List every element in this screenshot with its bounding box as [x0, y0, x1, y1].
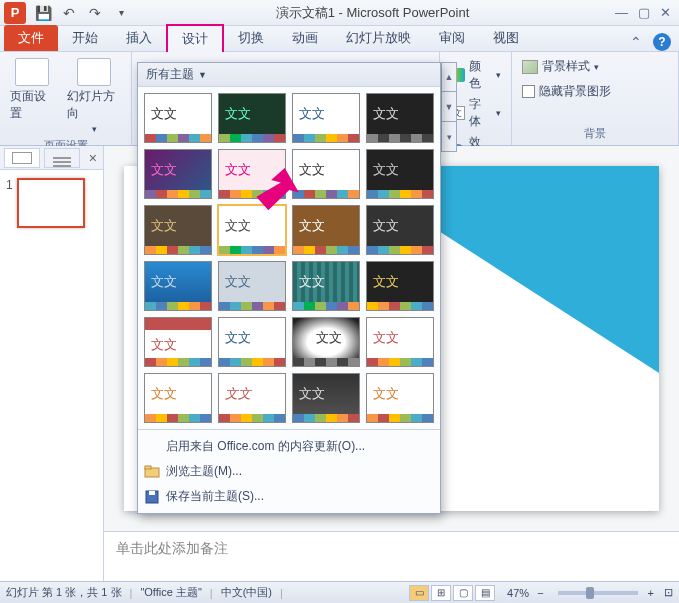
- ribbon-tabs: 文件 开始 插入 设计 切换 动画 幻灯片放映 审阅 视图 ⌃ ?: [0, 26, 679, 52]
- checkbox-icon: [522, 85, 535, 98]
- gallery-save-item[interactable]: 保存当前主题(S)...: [138, 484, 440, 509]
- theme-thumb[interactable]: 文文: [292, 149, 360, 199]
- svg-rect-3: [149, 491, 155, 495]
- theme-thumb[interactable]: 文文: [218, 149, 286, 199]
- ribbon-minimize-icon[interactable]: ⌃: [627, 33, 645, 51]
- theme-thumb[interactable]: 文文: [292, 317, 360, 367]
- tab-review[interactable]: 审阅: [425, 25, 479, 51]
- window-controls: — ▢ ✕: [615, 5, 671, 20]
- background-styles-button[interactable]: 背景样式▾: [518, 56, 603, 77]
- tab-design[interactable]: 设计: [166, 24, 224, 52]
- gallery-scroll-up[interactable]: ▲: [441, 62, 457, 92]
- quick-access-toolbar: 💾 ↶ ↷ ▾: [34, 4, 130, 22]
- theme-thumb[interactable]: 文文: [366, 93, 434, 143]
- view-buttons: ▭ ⊞ ▢ ▤: [409, 585, 495, 601]
- fit-button[interactable]: ⊡: [664, 586, 673, 599]
- gallery-expand-button[interactable]: ▾: [441, 122, 457, 152]
- theme-thumb[interactable]: 文文: [218, 205, 286, 255]
- theme-thumb[interactable]: 文文: [292, 205, 360, 255]
- gallery-header[interactable]: 所有主题 ▼: [138, 63, 440, 87]
- group-label-background: 背景: [518, 124, 672, 141]
- normal-view-button[interactable]: ▭: [409, 585, 429, 601]
- zoom-in-button[interactable]: +: [648, 587, 654, 599]
- theme-thumb[interactable]: 文文: [292, 261, 360, 311]
- status-slide-info: 幻灯片 第 1 张，共 1 张: [6, 585, 122, 600]
- maximize-button[interactable]: ▢: [638, 5, 650, 20]
- status-bar: 幻灯片 第 1 张，共 1 张 | "Office 主题" | 中文(中国) |…: [0, 581, 679, 603]
- theme-thumb[interactable]: 文文: [366, 261, 434, 311]
- theme-thumb[interactable]: 文文: [144, 149, 212, 199]
- theme-thumb[interactable]: 文文: [366, 149, 434, 199]
- theme-thumb[interactable]: 文文: [292, 373, 360, 423]
- slide-thumbnail[interactable]: 1: [6, 178, 97, 228]
- gallery-save-label: 保存当前主题(S)...: [166, 488, 264, 505]
- theme-thumb[interactable]: 文文: [144, 93, 212, 143]
- gallery-update-item[interactable]: 启用来自 Office.com 的内容更新(O)...: [138, 434, 440, 459]
- slides-pane: × 1: [0, 146, 104, 581]
- tab-home[interactable]: 开始: [58, 25, 112, 51]
- thumbnail-list: 1: [0, 170, 103, 236]
- page-setup-button[interactable]: 页面设置: [6, 56, 57, 124]
- slides-tab[interactable]: [4, 148, 40, 168]
- sorter-view-button[interactable]: ⊞: [431, 585, 451, 601]
- theme-thumb[interactable]: 文文: [218, 261, 286, 311]
- theme-thumb[interactable]: 文文: [218, 93, 286, 143]
- reading-view-button[interactable]: ▢: [453, 585, 473, 601]
- zoom-out-button[interactable]: −: [537, 587, 543, 599]
- close-button[interactable]: ✕: [660, 5, 671, 20]
- slideshow-view-button[interactable]: ▤: [475, 585, 495, 601]
- group-page-setup: 页面设置 幻灯片方向 ▾ 页面设置: [0, 52, 132, 145]
- status-language[interactable]: 中文(中国): [221, 585, 272, 600]
- zoom-thumb[interactable]: [586, 587, 594, 599]
- theme-thumb[interactable]: 文文: [144, 261, 212, 311]
- group-background: 背景样式▾ 隐藏背景图形 背景: [512, 52, 679, 145]
- slide-orientation-label: 幻灯片方向: [67, 88, 121, 122]
- pane-tabs: ×: [0, 146, 103, 170]
- zoom-value[interactable]: 47%: [507, 587, 529, 599]
- minimize-button[interactable]: —: [615, 5, 628, 20]
- tab-animations[interactable]: 动画: [278, 25, 332, 51]
- theme-thumb[interactable]: 文文: [144, 205, 212, 255]
- svg-rect-1: [145, 466, 151, 469]
- page-setup-label: 页面设置: [10, 88, 53, 122]
- slide-orientation-button[interactable]: 幻灯片方向 ▾: [63, 56, 125, 136]
- fonts-label: 字体: [469, 96, 492, 130]
- notes-pane[interactable]: 单击此处添加备注: [104, 531, 679, 581]
- hide-bg-graphics-label: 隐藏背景图形: [539, 83, 611, 100]
- undo-icon[interactable]: ↶: [60, 4, 78, 22]
- theme-thumb[interactable]: 文文: [366, 317, 434, 367]
- window-title: 演示文稿1 - Microsoft PowerPoint: [130, 4, 615, 22]
- chevron-down-icon: ▼: [198, 70, 207, 80]
- tab-insert[interactable]: 插入: [112, 25, 166, 51]
- folder-icon: [144, 464, 160, 480]
- gallery-grid: 文文 文文 文文 文文 文文 文文 文文 文文 文文 文文 文文 文文 文文 文…: [138, 87, 440, 429]
- repeat-icon[interactable]: ▾: [112, 4, 130, 22]
- pane-close-icon[interactable]: ×: [89, 150, 97, 166]
- save-icon[interactable]: 💾: [34, 4, 52, 22]
- title-bar: P 💾 ↶ ↷ ▾ 演示文稿1 - Microsoft PowerPoint —…: [0, 0, 679, 26]
- help-icon[interactable]: ?: [653, 33, 671, 51]
- page-setup-icon: [15, 58, 49, 86]
- theme-thumb[interactable]: 文文: [144, 373, 212, 423]
- tab-file[interactable]: 文件: [4, 25, 58, 51]
- theme-thumb[interactable]: 文文: [366, 205, 434, 255]
- gallery-scroll-down[interactable]: ▼: [441, 92, 457, 122]
- zoom-slider[interactable]: [558, 591, 638, 595]
- outline-tab[interactable]: [44, 148, 80, 168]
- tab-transitions[interactable]: 切换: [224, 25, 278, 51]
- tab-view[interactable]: 视图: [479, 25, 533, 51]
- colors-label: 颜色: [469, 58, 492, 92]
- redo-icon[interactable]: ↷: [86, 4, 104, 22]
- theme-thumb[interactable]: 文文: [144, 317, 212, 367]
- theme-thumb[interactable]: 文文: [218, 373, 286, 423]
- slide-orientation-icon: [77, 58, 111, 86]
- theme-thumb[interactable]: 文文: [218, 317, 286, 367]
- theme-gallery-dropdown: 所有主题 ▼ 文文 文文 文文 文文 文文 文文 文文 文文 文文 文文 文文 …: [137, 62, 441, 514]
- hide-bg-graphics-checkbox[interactable]: 隐藏背景图形: [518, 81, 615, 102]
- theme-thumb[interactable]: 文文: [292, 93, 360, 143]
- app-icon[interactable]: P: [4, 2, 26, 24]
- background-styles-icon: [522, 60, 538, 74]
- tab-slideshow[interactable]: 幻灯片放映: [332, 25, 425, 51]
- gallery-browse-item[interactable]: 浏览主题(M)...: [138, 459, 440, 484]
- theme-thumb[interactable]: 文文: [366, 373, 434, 423]
